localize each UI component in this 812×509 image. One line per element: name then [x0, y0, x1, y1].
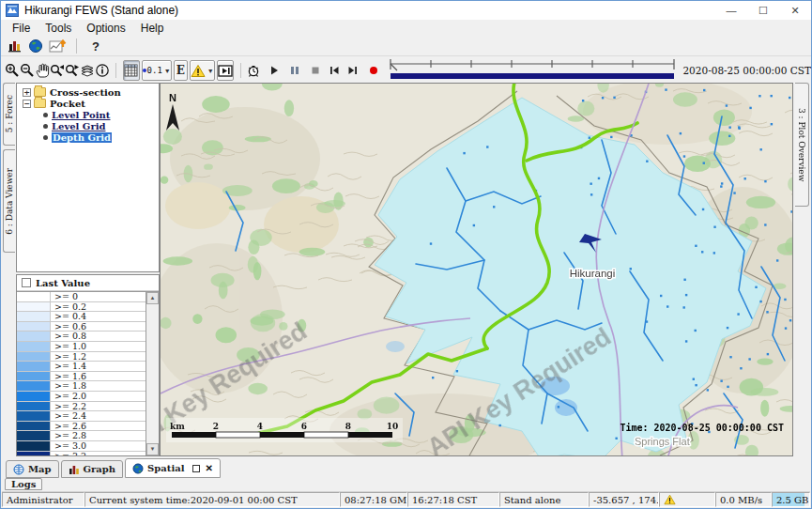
tab-maximize-icon[interactable]: [192, 465, 200, 472]
folder-icon: [34, 99, 46, 108]
status-mode: Stand alone: [499, 492, 589, 507]
animation-timer-icon[interactable]: [246, 61, 261, 80]
timeseries-chart-icon[interactable]: [46, 37, 70, 55]
classbreak-value: 0.1: [147, 66, 162, 75]
legend-value-label: >= 1.2: [51, 352, 146, 362]
menu-file[interactable]: File: [5, 21, 38, 36]
legend-value-label: >= 2.6: [51, 422, 146, 431]
minimize-button[interactable]: —: [715, 1, 747, 20]
warning-triangle-icon: [664, 494, 676, 505]
menu-help[interactable]: Help: [133, 21, 172, 36]
menu-options[interactable]: Options: [79, 21, 132, 36]
legend-color-swatch: [17, 411, 51, 421]
legend-row[interactable]: >= 0: [17, 292, 146, 302]
tab-spatial[interactable]: Spatial ✕: [125, 458, 221, 478]
svg-text:km: km: [170, 422, 185, 431]
chevron-down-icon: ▼: [164, 68, 171, 74]
close-button[interactable]: ✕: [779, 1, 811, 20]
menu-tools[interactable]: Tools: [38, 21, 79, 36]
tree-item-depth-grid[interactable]: Depth Grid: [17, 131, 159, 143]
tree-label: Level Point: [52, 110, 110, 120]
legend-row[interactable]: >= 2.0: [17, 392, 146, 402]
collapse-icon[interactable]: −: [23, 100, 31, 108]
time-slider[interactable]: [388, 58, 677, 83]
legend-color-swatch: [17, 352, 51, 362]
scroll-up-icon[interactable]: ▲: [146, 292, 159, 304]
menu-bar: File Tools Options Help: [1, 20, 811, 37]
chevron-down-icon: ▼: [207, 68, 214, 74]
stop-button[interactable]: [308, 61, 323, 80]
record-button[interactable]: [366, 61, 381, 80]
tab-graph[interactable]: Graph: [61, 460, 124, 478]
globe-icon: [13, 464, 24, 475]
tab-close-icon[interactable]: ✕: [206, 463, 213, 473]
status-bar: Administrator Current system time:2020-0…: [2, 491, 810, 507]
bar-chart-icon: [69, 464, 80, 475]
map-canvas[interactable]: API Key Required API Key Required N Hiku…: [160, 83, 793, 456]
tab-data-viewer[interactable]: 6 : Data Viewer: [3, 149, 15, 253]
legend-value-label: >= 1.0: [51, 342, 146, 351]
svg-text:N: N: [169, 92, 176, 103]
zoom-in-icon[interactable]: [5, 61, 20, 80]
tree-label: Cross-section: [50, 87, 121, 98]
zoom-next-icon[interactable]: [65, 61, 80, 80]
legend-row[interactable]: >= 1.0: [17, 342, 146, 352]
legend-color-swatch: [17, 372, 51, 381]
animation-window-button[interactable]: [217, 60, 234, 81]
tree-item-pocket[interactable]: − Pocket: [17, 98, 159, 109]
logs-tab[interactable]: Logs: [5, 478, 42, 490]
status-memory: 2.5 GB: [772, 492, 810, 507]
labels-button[interactable]: E: [174, 60, 188, 81]
skip-to-start-button[interactable]: [327, 61, 342, 80]
pan-hand-icon[interactable]: [35, 61, 50, 80]
legend-value-label: >= 1.6: [51, 372, 146, 381]
status-system-time: Current system time:2020-09-01 00:00 CST: [84, 492, 340, 507]
toolbar-separator: [76, 39, 77, 54]
status-coordinates: -35.657 , 174.199: [589, 492, 659, 507]
main-toolbar: ?: [1, 37, 811, 56]
legend-value-label: >= 2.4: [51, 411, 146, 421]
tree-item-level-point[interactable]: Level Point: [17, 109, 159, 120]
legend-row[interactable]: >= 3.2: [17, 452, 146, 456]
explorer-icon[interactable]: [5, 37, 25, 55]
legend-row[interactable]: >= 3.0: [17, 441, 146, 452]
zoom-previous-icon[interactable]: [50, 61, 65, 80]
play-button[interactable]: [267, 61, 282, 80]
status-warning-cell[interactable]: [659, 492, 715, 507]
status-user: Administrator: [2, 492, 84, 507]
legend-color-swatch: [17, 381, 51, 391]
maximize-button[interactable]: ☐: [747, 1, 779, 20]
status-gmt-time: 08:27:18 GMT: [340, 492, 407, 507]
last-value-checkbox[interactable]: [22, 278, 31, 287]
labels-e-icon: E: [176, 64, 185, 77]
legend-color-swatch: [17, 402, 51, 411]
pause-button[interactable]: [287, 61, 302, 80]
tree-label-selected: Depth Grid: [52, 132, 112, 143]
layer-tree: + Cross-section − Pocket Level Point Lev…: [16, 83, 160, 272]
toolbar-separator: [115, 63, 116, 78]
left-tab-strip: 5 : Forec 6 : Data Viewer: [2, 83, 16, 456]
right-tab-strip: 3 : Plot Overview: [793, 83, 810, 456]
expand-icon[interactable]: +: [23, 88, 31, 97]
legend-scrollbar[interactable]: ▲ ▼: [146, 292, 159, 455]
warnings-dropdown[interactable]: ▼: [190, 60, 215, 81]
classbreaks-dropdown[interactable]: 0.1 ▼: [142, 60, 172, 81]
zoom-out-icon[interactable]: [20, 61, 35, 80]
svg-text:4: 4: [257, 422, 263, 431]
scroll-down-icon[interactable]: ▼: [146, 443, 159, 455]
legend-color-swatch: [17, 342, 51, 351]
help-button[interactable]: ?: [92, 39, 100, 54]
grid-display-button[interactable]: [123, 60, 140, 81]
title-bar[interactable]: Hikurangi FEWS (Stand alone) — ☐ ✕: [1, 1, 811, 20]
info-icon[interactable]: [95, 61, 110, 80]
layers-icon[interactable]: [80, 61, 95, 80]
warning-triangle-icon: [191, 64, 206, 78]
spatial-display-globe-icon[interactable]: [25, 37, 46, 55]
toolbar-separator: [240, 63, 241, 78]
tab-plot-overview[interactable]: 3 : Plot Overview: [795, 83, 809, 207]
skip-to-end-button[interactable]: [345, 61, 360, 80]
svg-text:10: 10: [387, 422, 399, 431]
tab-forecast[interactable]: 5 : Forec: [3, 83, 15, 146]
tree-item-level-grid[interactable]: Level Grid: [17, 120, 159, 131]
legend-value-label: >= 0.8: [51, 332, 146, 341]
